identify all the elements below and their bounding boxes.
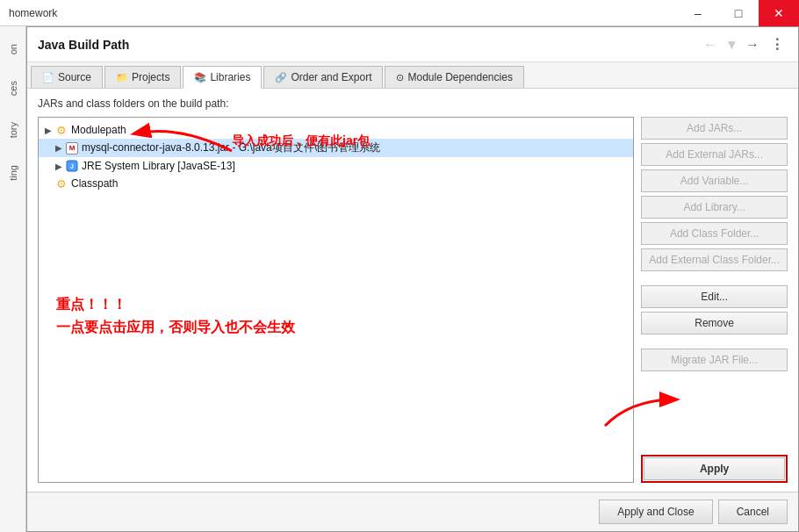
spacer3	[641, 375, 788, 451]
close-button[interactable]: ✕	[759, 0, 799, 26]
migrate-jar-button[interactable]: Migrate JAR File...	[641, 349, 788, 371]
tab-source-icon: 📄	[42, 72, 54, 83]
remove-button[interactable]: Remove	[641, 312, 788, 334]
cancel-button[interactable]: Cancel	[718, 500, 788, 524]
tab-module-deps[interactable]: ⊙ Module Dependencies	[385, 66, 523, 88]
annotation-line2: 一点要点击应用，否则导入也不会生效	[56, 316, 295, 339]
nav-menu-icon[interactable]: ▾	[724, 34, 738, 54]
tab-order-export[interactable]: 🔗 Order and Export	[263, 66, 383, 88]
tab-module-label: Module Dependencies	[407, 71, 512, 83]
svg-text:J: J	[70, 163, 74, 169]
split-area: ▶ ⚙ Modulepath ▶ M mysql-connector-java-…	[38, 117, 788, 483]
bottom-area: Apply and Close Cancel	[27, 492, 798, 531]
annotation-line1: 重点！！！	[56, 293, 295, 316]
add-jars-button[interactable]: Add JARs...	[641, 117, 788, 140]
title-bar: homework – □ ✕	[0, 0, 799, 26]
nav-back-icon[interactable]: ←	[700, 35, 721, 54]
content-area: JARs and class folders on the build path…	[27, 89, 798, 492]
add-external-jars-button[interactable]: Add External JARs...	[641, 143, 788, 166]
tab-order-icon: 🔗	[275, 72, 287, 83]
classpath-label: Classpath	[71, 177, 118, 190]
content-description: JARs and class folders on the build path…	[38, 97, 788, 110]
tab-source[interactable]: 📄 Source	[31, 66, 103, 88]
apply-close-button[interactable]: Apply and Close	[599, 500, 712, 524]
tab-libraries-label: Libraries	[210, 71, 250, 83]
minimize-button[interactable]: –	[678, 0, 718, 26]
expand-mysql[interactable]: ▶	[53, 142, 65, 155]
left-sidebar: on ces tory ting	[0, 26, 26, 532]
add-variable-button[interactable]: Add Variable...	[641, 169, 788, 192]
expand-jre[interactable]: ▶	[53, 160, 65, 172]
tab-libraries-icon: 📚	[194, 72, 206, 83]
tree-item-modulepath[interactable]: ▶ ⚙ Modulepath	[39, 121, 633, 139]
dialog-title-bar: Java Build Path ← ▾ → ⋮	[27, 27, 798, 62]
tree-item-classpath[interactable]: ⚙ Classpath	[39, 175, 633, 192]
tree-item-jre[interactable]: ▶ J JRE System Library [JavaSE-13]	[39, 157, 633, 175]
edit-button[interactable]: Edit...	[641, 285, 788, 308]
tab-projects-icon: 📁	[116, 72, 128, 83]
db-icon-mysql: M	[65, 141, 79, 155]
nav-more-icon[interactable]: ⋮	[767, 34, 788, 54]
dialog-nav-icons: ← ▾ → ⋮	[700, 34, 788, 54]
tab-order-label: Order and Export	[291, 71, 371, 83]
tab-libraries[interactable]: 📚 Libraries	[183, 66, 262, 89]
expand-classpath[interactable]	[42, 177, 54, 190]
sidebar-label-on: on	[8, 44, 18, 54]
tab-projects-label: Projects	[132, 71, 169, 83]
nav-forward-icon[interactable]: →	[742, 35, 763, 54]
gear-icon-modulepath: ⚙	[54, 123, 68, 137]
spacer2	[641, 338, 788, 345]
gear-icon-classpath: ⚙	[54, 176, 68, 191]
spacer1	[641, 275, 788, 282]
tab-module-icon: ⊙	[396, 72, 404, 83]
title-bar-text: homework	[0, 7, 678, 19]
sidebar-label-ting: ting	[8, 165, 18, 181]
maximize-button[interactable]: □	[718, 0, 759, 26]
add-library-button[interactable]: Add Library...	[641, 196, 788, 219]
tab-source-label: Source	[58, 71, 91, 83]
apply-button-wrapper: Apply	[641, 455, 788, 483]
dialog-title-text: Java Build Path	[38, 38, 129, 52]
apply-button[interactable]: Apply	[644, 457, 785, 480]
right-buttons-panel: Add JARs... Add External JARs... Add Var…	[641, 117, 788, 483]
add-external-class-folder-button[interactable]: Add External Class Folder...	[641, 248, 788, 271]
tree-item-mysql-jar[interactable]: ▶ M mysql-connector-java-8.0.13.jar - G:…	[39, 139, 633, 157]
tabs-bar: 📄 Source 📁 Projects 📚 Libraries 🔗 Order …	[27, 62, 798, 89]
jre-icon: J	[65, 159, 79, 173]
sidebar-label-ces: ces	[8, 81, 18, 96]
jre-label: JRE System Library [JavaSE-13]	[82, 160, 235, 172]
sidebar-label-tory: tory	[8, 122, 18, 138]
add-class-folder-button[interactable]: Add Class Folder...	[641, 222, 788, 245]
tab-projects[interactable]: 📁 Projects	[104, 66, 181, 88]
expand-modulepath[interactable]: ▶	[42, 124, 54, 136]
annotation-text2: 重点！！！ 一点要点击应用，否则导入也不会生效	[56, 293, 295, 338]
tree-area[interactable]: ▶ ⚙ Modulepath ▶ M mysql-connector-java-…	[38, 117, 634, 483]
mysql-jar-label: mysql-connector-java-8.0.13.jar - G:\jav…	[82, 140, 380, 155]
dialog: Java Build Path ← ▾ → ⋮ 📄 Source 📁 Proje…	[26, 26, 799, 532]
modulepath-label: Modulepath	[71, 124, 126, 136]
